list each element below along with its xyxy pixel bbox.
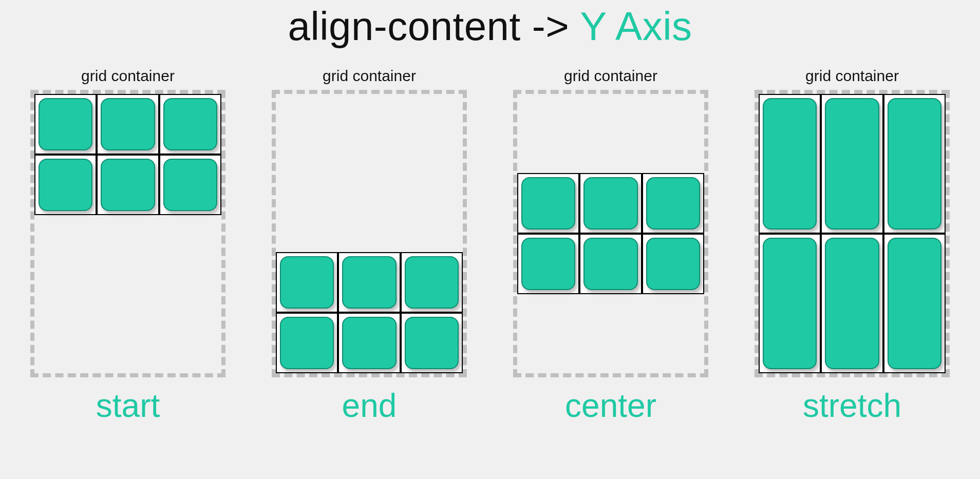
title-property: align-content -> (288, 4, 570, 49)
grid-cell (338, 252, 400, 313)
grid-item (39, 159, 92, 211)
grid-item (342, 256, 396, 309)
grid-cell (883, 234, 946, 373)
grid-item (888, 98, 941, 229)
grid-item (280, 317, 334, 369)
grid-container (30, 90, 225, 377)
grid-container (513, 90, 708, 377)
container-label: grid container (81, 67, 175, 85)
grid-container (272, 90, 467, 377)
grid-cell (159, 94, 221, 155)
grid-cell (642, 173, 704, 234)
grid-item (825, 98, 879, 229)
grid (276, 252, 463, 373)
grid-item (521, 238, 575, 290)
page-title: align-content -> Y Axis (0, 3, 980, 50)
grid-item (280, 256, 334, 309)
grid-item (405, 317, 459, 369)
grid-cell (517, 234, 579, 294)
grid-item (39, 98, 92, 150)
grid-item (101, 98, 155, 150)
grid-cell (401, 313, 463, 373)
grid-cell (821, 94, 883, 234)
grid-item (163, 98, 217, 150)
grid-cell (159, 155, 221, 215)
title-axis: Y Axis (580, 4, 692, 49)
panel-value: end (342, 387, 397, 425)
grid-cell (517, 173, 579, 234)
container-label: grid container (805, 67, 899, 85)
grid-item (763, 98, 817, 229)
panel-value: stretch (803, 387, 901, 425)
grid-item (646, 238, 700, 290)
grid-cell (97, 94, 159, 155)
grid-cell (759, 234, 821, 373)
grid-item (583, 177, 637, 229)
grid-cell (34, 94, 97, 155)
grid-cell (276, 252, 338, 313)
container-label: grid container (323, 67, 416, 85)
grid-cell (97, 155, 159, 215)
panel-value: start (96, 387, 160, 425)
panel-center: grid containercenter (513, 67, 708, 425)
grid-item (405, 256, 459, 309)
grid-cell (338, 313, 400, 373)
grid-cell (579, 234, 642, 294)
panel-end: grid containerend (272, 67, 467, 425)
container-label: grid container (564, 67, 657, 85)
grid-cell (883, 94, 946, 234)
grid-cell (579, 173, 642, 234)
grid-container (755, 90, 950, 377)
grid-item (163, 159, 217, 211)
grid-item (646, 177, 700, 229)
grid-item (342, 317, 396, 369)
grid-cell (821, 234, 883, 373)
grid-item (825, 238, 879, 369)
grid-cell (276, 313, 338, 373)
grid-cell (642, 234, 704, 294)
panel-value: center (565, 387, 656, 425)
grid-item (101, 159, 155, 211)
grid-item (763, 238, 817, 369)
panel-start: grid containerstart (30, 67, 225, 425)
grid (517, 173, 704, 294)
panel-stretch: grid containerstretch (755, 67, 950, 425)
panels-row: grid containerstartgrid containerendgrid… (0, 67, 980, 425)
grid-item (583, 238, 637, 290)
grid-item (521, 177, 575, 229)
grid-item (888, 238, 941, 369)
grid-cell (401, 252, 463, 313)
grid (34, 94, 221, 215)
grid (759, 94, 946, 373)
grid-cell (34, 155, 97, 215)
grid-cell (759, 94, 821, 234)
